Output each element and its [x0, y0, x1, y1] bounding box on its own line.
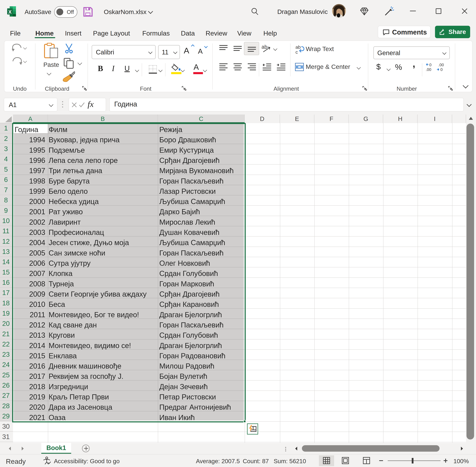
svg-text:.00: .00 [426, 67, 431, 71]
svg-text:0: 0 [429, 63, 432, 67]
svg-text:ab: ab [261, 44, 267, 50]
svg-text:ab: ab [296, 45, 301, 50]
svg-text:0: 0 [440, 67, 443, 71]
svg-text:X: X [8, 9, 12, 15]
svg-text:.00: .00 [438, 63, 444, 67]
svg-text:c: c [296, 50, 298, 54]
